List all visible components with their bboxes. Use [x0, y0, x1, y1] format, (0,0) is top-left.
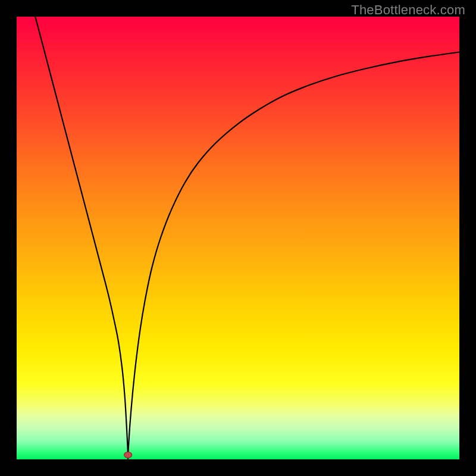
curve-path — [35, 17, 459, 459]
attribution-text: TheBottleneck.com — [351, 2, 465, 18]
min-marker-dot — [124, 452, 132, 458]
bottleneck-curve — [17, 17, 459, 459]
chart-frame: TheBottleneck.com — [0, 0, 476, 476]
plot-gradient-area — [17, 17, 459, 459]
